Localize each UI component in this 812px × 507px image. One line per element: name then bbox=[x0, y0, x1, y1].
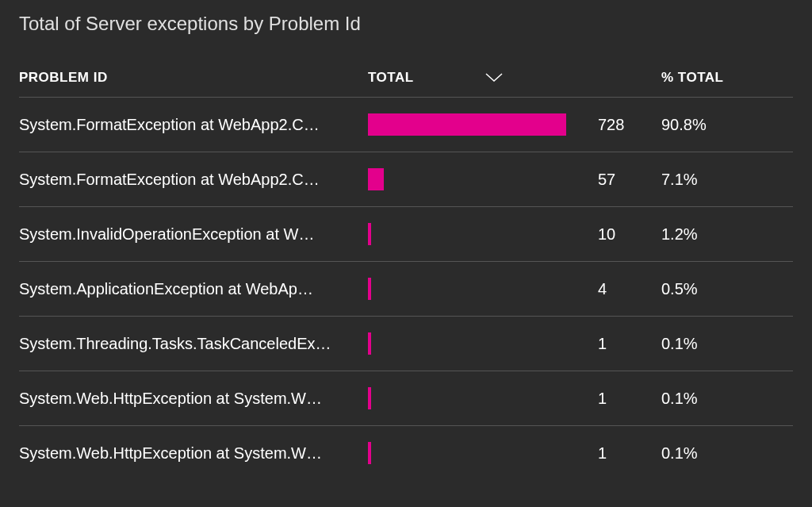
value-bar bbox=[368, 168, 384, 190]
total-cell bbox=[368, 223, 582, 245]
percent-value: 0.1% bbox=[661, 444, 698, 463]
table-row[interactable]: System.Web.HttpException at System.W…10.… bbox=[19, 426, 793, 480]
total-value: 1 bbox=[582, 390, 661, 408]
main-container: Total of Server exceptions by Problem Id… bbox=[0, 0, 812, 493]
problem-id-cell: System.Threading.Tasks.TaskCanceledEx… bbox=[19, 335, 368, 353]
total-cell bbox=[368, 278, 582, 300]
table-row[interactable]: System.Web.HttpException at System.W…10.… bbox=[19, 371, 793, 426]
bar-container bbox=[368, 442, 566, 464]
table-row[interactable]: System.InvalidOperationException at W…10… bbox=[19, 207, 793, 262]
total-cell bbox=[368, 332, 582, 355]
total-cell bbox=[368, 442, 582, 464]
problem-id-cell: System.FormatException at WebApp2.C… bbox=[19, 116, 368, 134]
page-title: Total of Server exceptions by Problem Id bbox=[19, 13, 793, 35]
total-cell bbox=[368, 113, 582, 136]
table-header-row: PROBLEM ID TOTAL % TOTAL bbox=[19, 59, 793, 98]
column-header-total-label: TOTAL bbox=[368, 70, 414, 86]
value-bar bbox=[368, 442, 371, 464]
bar-container bbox=[368, 332, 566, 355]
table-row[interactable]: System.FormatException at WebApp2.C…577.… bbox=[19, 152, 793, 207]
percent-value: 0.1% bbox=[661, 335, 698, 353]
exceptions-table: PROBLEM ID TOTAL % TOTAL System.FormatEx… bbox=[19, 59, 793, 480]
bar-container bbox=[368, 113, 566, 136]
problem-id-cell: System.Web.HttpException at System.W… bbox=[19, 390, 368, 408]
total-cell bbox=[368, 387, 582, 409]
value-bar bbox=[368, 223, 371, 245]
problem-id-cell: System.FormatException at WebApp2.C… bbox=[19, 171, 368, 189]
bar-container bbox=[368, 278, 566, 300]
value-bar bbox=[368, 332, 371, 355]
table-row[interactable]: System.ApplicationException at WebAp…40.… bbox=[19, 262, 793, 317]
bar-container bbox=[368, 223, 566, 245]
percent-value: 7.1% bbox=[661, 171, 698, 189]
problem-id-cell: System.Web.HttpException at System.W… bbox=[19, 444, 368, 463]
table-body: System.FormatException at WebApp2.C…7289… bbox=[19, 98, 793, 480]
problem-id-cell: System.ApplicationException at WebAp… bbox=[19, 280, 368, 298]
percent-value: 1.2% bbox=[661, 225, 698, 244]
column-header-problem-id[interactable]: PROBLEM ID bbox=[19, 70, 368, 86]
value-bar bbox=[368, 113, 566, 136]
bar-container bbox=[368, 387, 566, 409]
column-header-total[interactable]: TOTAL bbox=[368, 70, 582, 86]
total-value: 1 bbox=[582, 335, 661, 353]
percent-value: 0.5% bbox=[661, 280, 698, 298]
table-row[interactable]: System.Threading.Tasks.TaskCanceledEx…10… bbox=[19, 317, 793, 371]
value-bar bbox=[368, 278, 371, 300]
total-value: 728 bbox=[582, 116, 661, 134]
total-value: 1 bbox=[582, 444, 661, 463]
total-cell bbox=[368, 168, 582, 190]
problem-id-cell: System.InvalidOperationException at W… bbox=[19, 225, 368, 244]
total-value: 10 bbox=[582, 225, 661, 244]
total-value: 4 bbox=[582, 280, 661, 298]
column-header-percent[interactable]: % TOTAL bbox=[582, 70, 793, 86]
total-value: 57 bbox=[582, 171, 661, 189]
percent-value: 90.8% bbox=[661, 116, 707, 134]
value-bar bbox=[368, 387, 371, 409]
bar-container bbox=[368, 168, 566, 190]
chevron-down-icon bbox=[485, 73, 503, 83]
percent-value: 0.1% bbox=[661, 390, 698, 408]
table-row[interactable]: System.FormatException at WebApp2.C…7289… bbox=[19, 98, 793, 152]
